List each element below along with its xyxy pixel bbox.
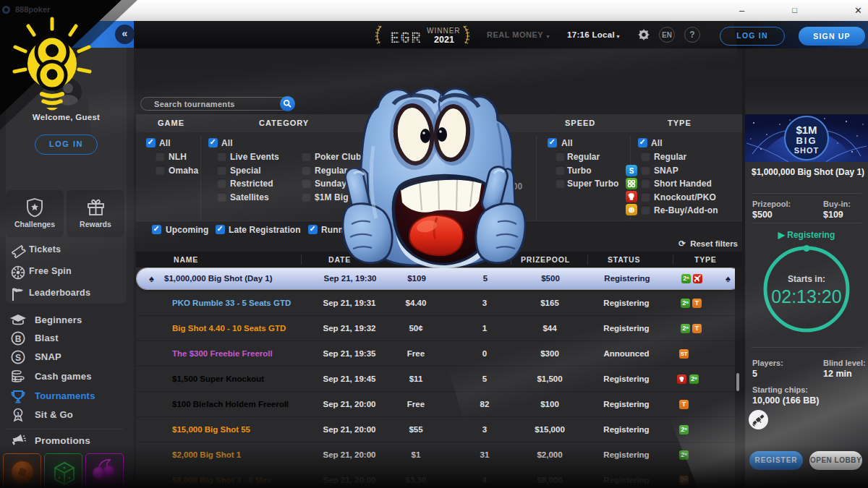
svg-text:2021: 2021 xyxy=(434,35,454,45)
svg-text:S: S xyxy=(15,353,21,363)
svg-text:BIG: BIG xyxy=(796,135,817,146)
svg-text:B: B xyxy=(15,334,22,344)
svg-text:SHOT: SHOT xyxy=(794,146,820,155)
svg-text:EGR: EGR xyxy=(390,30,422,48)
svg-text:WINNER: WINNER xyxy=(427,27,461,35)
svg-text:$1M: $1M xyxy=(796,124,817,136)
svg-text:1: 1 xyxy=(17,411,20,417)
